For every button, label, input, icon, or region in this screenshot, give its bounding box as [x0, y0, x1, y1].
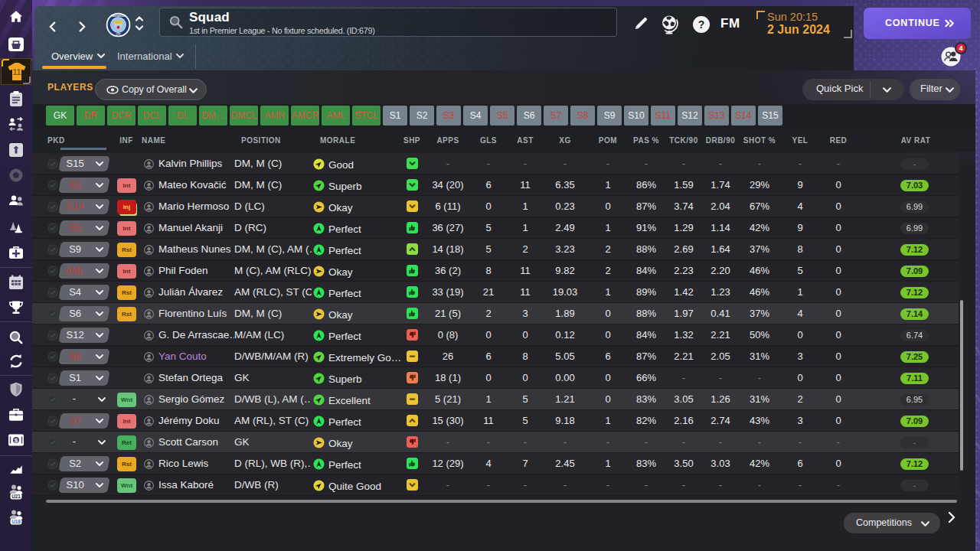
- svg-text:U21: U21: [11, 494, 21, 499]
- svg-text:$: $: [15, 437, 18, 444]
- svg-text:MANCHESTER: MANCHESTER: [111, 15, 125, 18]
- svg-text:?: ?: [698, 18, 705, 31]
- svg-text:U18: U18: [11, 519, 21, 524]
- svg-text:CITY: CITY: [116, 33, 121, 36]
